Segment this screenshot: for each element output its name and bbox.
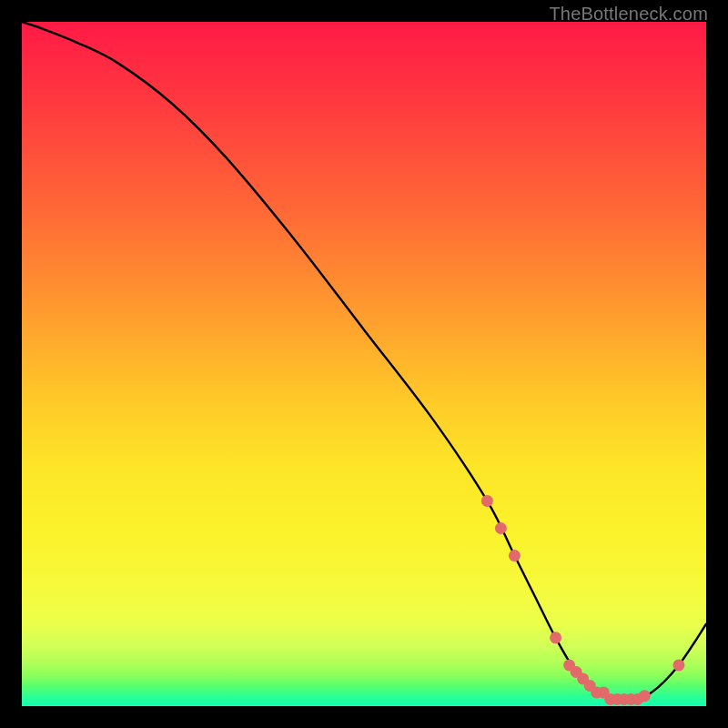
curve-marker	[509, 550, 521, 561]
plot-area	[22, 22, 706, 706]
curve-layer	[22, 22, 706, 706]
curve-marker	[481, 495, 493, 507]
chart-stage: TheBottleneck.com	[0, 0, 728, 728]
bottleneck-curve	[22, 22, 706, 700]
curve-markers	[481, 495, 685, 705]
curve-marker	[495, 522, 507, 534]
curve-marker	[672, 659, 684, 671]
curve-marker	[639, 690, 651, 702]
curve-marker	[550, 632, 561, 643]
attribution-text: TheBottleneck.com	[549, 4, 708, 25]
